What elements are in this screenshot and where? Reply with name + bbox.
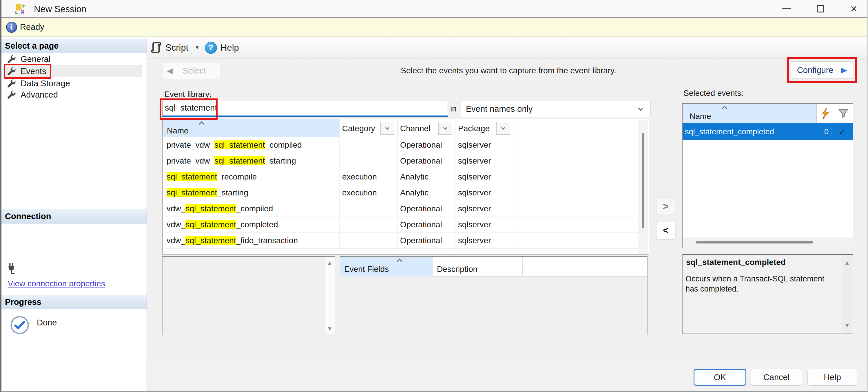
sidebar-item-general[interactable]: General <box>3 53 142 65</box>
event-channel: Operational <box>397 236 455 245</box>
toolbar-separator <box>201 41 201 55</box>
script-dropdown-icon[interactable]: ▼ <box>195 45 199 51</box>
selected-name-label: Name <box>689 112 711 121</box>
minimize-button[interactable] <box>773 0 800 18</box>
event-category: execution <box>339 172 397 182</box>
scrollbar-thumb[interactable] <box>642 133 644 228</box>
listbox-scrollbar[interactable]: ▲ ▼ <box>324 257 335 334</box>
selected-events-label: Selected events: <box>683 89 743 98</box>
event-count-lightning-icon[interactable] <box>822 108 829 119</box>
filter-icon[interactable] <box>838 109 848 118</box>
event-package: sqlserver <box>455 220 513 229</box>
scroll-down-icon[interactable]: ▼ <box>324 325 335 332</box>
event-library-search-input[interactable] <box>162 101 448 117</box>
close-button[interactable]: × <box>840 0 867 18</box>
selected-events-table: Name sql_statement_completed 0 ✓ <box>682 103 853 248</box>
column-header-channel-label[interactable]: Channel <box>400 124 430 133</box>
help-button[interactable]: Help <box>807 369 857 386</box>
event-row[interactable]: vdw_sql_statement_completed Operational … <box>162 217 639 233</box>
remove-event-button[interactable]: < <box>656 221 675 239</box>
event-row[interactable]: vdw_sql_statement_compiled Operational s… <box>162 201 639 217</box>
select-back-label: Select <box>173 66 216 75</box>
selected-events-header: Name <box>683 104 853 123</box>
scrollbar-thumb[interactable] <box>696 241 813 243</box>
help-icon: ? <box>205 42 217 54</box>
event-row[interactable]: sql_statement_starting execution Analyti… <box>162 185 639 201</box>
event-detail-listbox: ▲ ▼ <box>162 256 335 335</box>
close-icon: × <box>850 3 857 14</box>
search-match-highlight: sql_statement <box>214 156 265 165</box>
view-connection-properties-link[interactable]: View connection properties <box>8 279 105 288</box>
search-scope-dropdown[interactable]: Event names only <box>461 101 650 117</box>
sidebar-item-label: Advanced <box>21 90 58 100</box>
configure-arrow-icon: ▶ <box>841 65 847 75</box>
event-row[interactable]: sql_statement_recompile execution Analyt… <box>162 169 639 185</box>
event-name: sql_statement_starting <box>162 188 339 197</box>
search-match-highlight: sql_statement <box>185 220 236 229</box>
event-row[interactable]: private_vdw_sql_statement_compiled Opera… <box>162 137 639 153</box>
event-package: sqlserver <box>455 140 513 150</box>
event-row[interactable]: private_vdw_sql_statement_starting Opera… <box>162 153 639 169</box>
event-name: sql_statement_recompile <box>162 172 339 182</box>
status-bar: i Ready <box>1 18 868 37</box>
selected-events-horizontal-scrollbar[interactable] <box>683 237 852 248</box>
column-header-name[interactable] <box>162 119 339 137</box>
sidebar-item-advanced[interactable]: Advanced <box>3 89 142 101</box>
search-match-highlight: sql_statement <box>166 172 217 181</box>
search-scope-value: Event names only <box>466 104 533 114</box>
search-match-highlight: sql_statement <box>185 204 236 213</box>
scroll-up-icon[interactable]: ▲ <box>842 259 852 266</box>
column-header-description[interactable] <box>432 257 523 276</box>
in-label: in <box>450 104 457 113</box>
dialog-toolbar: Script ▼ ? Help <box>147 37 868 59</box>
selected-event-row[interactable]: sql_statement_completed 0 ✓ <box>683 123 853 140</box>
search-match-highlight: sql_statement <box>185 236 236 245</box>
ok-button[interactable]: OK <box>693 369 746 386</box>
sidebar-item-label: General <box>21 55 51 64</box>
cancel-button[interactable]: Cancel <box>751 369 802 386</box>
event-fields-label: Event Fields <box>344 265 389 274</box>
configure-button[interactable]: Configure ▶ <box>790 61 853 79</box>
select-a-page-header: Select a page <box>1 38 147 53</box>
event-library-table: Name Category Channel Package private_vd… <box>162 119 649 255</box>
event-package: sqlserver <box>455 204 513 214</box>
package-filter-dropdown[interactable] <box>496 122 510 135</box>
event-library-label: Event library: <box>164 90 212 99</box>
column-header-category-label[interactable]: Category <box>342 124 375 133</box>
event-name: vdw_sql_statement_compiled <box>162 204 339 214</box>
title-bar: New Session × <box>1 0 868 18</box>
event-category: execution <box>339 188 397 197</box>
scroll-down-icon[interactable]: ▼ <box>842 322 852 329</box>
sidebar-item-data-storage[interactable]: Data Storage <box>3 77 142 90</box>
description-scrollbar[interactable]: ▲ ▼ <box>842 255 852 333</box>
column-header-name-label: Name <box>167 126 189 135</box>
column-header-package-label[interactable]: Package <box>458 124 490 133</box>
event-name: vdw_sql_statement_fido_transaction <box>162 236 339 245</box>
event-fields-table: Event Fields Description <box>340 256 648 335</box>
scroll-up-icon[interactable]: ▲ <box>324 260 335 266</box>
sidebar-item-events[interactable]: Events <box>3 65 142 77</box>
event-row[interactable]: vdw_sql_statement_fido_transaction Opera… <box>162 233 639 249</box>
event-channel: Analytic <box>397 188 455 197</box>
script-label: Script <box>165 42 188 53</box>
help-toolbar-button[interactable]: ? Help <box>205 37 239 59</box>
event-channel: Analytic <box>397 172 455 182</box>
event-package: sqlserver <box>455 156 513 166</box>
event-channel: Operational <box>397 156 455 166</box>
chevron-down-icon <box>638 105 643 110</box>
filter-check-icon: ✓ <box>832 127 853 137</box>
channel-filter-dropdown[interactable] <box>438 122 452 135</box>
select-back-button[interactable]: ◀ Select <box>162 62 220 79</box>
search-match-highlight: sql_statement <box>214 140 265 150</box>
event-description-body: Occurs when a Transact-SQL statement has… <box>685 274 838 294</box>
script-button[interactable]: Script ▼ <box>150 37 199 59</box>
search-match-highlight: sql_statement <box>166 188 217 197</box>
library-vertical-scrollbar[interactable] <box>638 120 648 254</box>
status-text: Ready <box>20 22 44 32</box>
maximize-button[interactable] <box>807 0 834 18</box>
category-filter-dropdown[interactable] <box>380 122 394 135</box>
script-icon <box>150 41 162 54</box>
window-title: New Session <box>34 4 86 14</box>
event-package: sqlserver <box>455 172 513 182</box>
add-event-button[interactable]: > <box>656 197 675 215</box>
